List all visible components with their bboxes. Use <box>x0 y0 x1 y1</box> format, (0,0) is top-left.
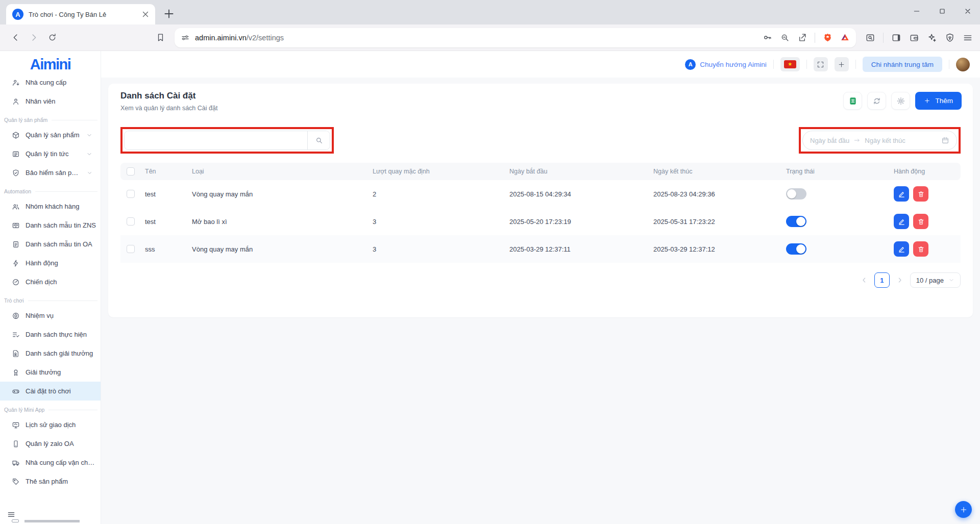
sidebar-item[interactable]: Quản lý tin tức <box>0 144 101 163</box>
sidebar-item[interactable]: Danh sách thực hiện <box>0 325 101 344</box>
menu-icon[interactable] <box>963 33 973 43</box>
reload-button[interactable] <box>44 30 60 46</box>
row-checkbox[interactable] <box>127 217 135 226</box>
export-excel-button[interactable] <box>843 92 862 110</box>
sidebar-item-label: Giải thưởng <box>26 368 61 376</box>
edit-button[interactable] <box>894 241 909 257</box>
sidebar-collapse-button[interactable] <box>6 510 16 519</box>
select-all-checkbox[interactable] <box>127 167 135 176</box>
supplier-icon <box>12 79 20 87</box>
browser-tab[interactable]: A Trò chơi - Công Ty Bán Lẻ <box>6 4 155 24</box>
share-icon[interactable] <box>797 33 807 42</box>
sidebar-item[interactable]: Nhà cung cấp vận chu... <box>0 453 101 472</box>
sidebar-item[interactable]: Cài đặt trò chơi <box>0 382 101 401</box>
status-toggle[interactable] <box>786 188 806 199</box>
password-key-icon[interactable] <box>763 33 772 42</box>
fullscreen-button[interactable] <box>814 57 828 71</box>
search-input[interactable] <box>125 131 307 149</box>
page-number[interactable]: 1 <box>874 272 890 288</box>
status-toggle[interactable] <box>786 243 806 255</box>
sidebar-item[interactable]: Nhiệm vụ <box>0 306 101 325</box>
zoom-out-icon[interactable] <box>780 33 790 42</box>
status-toggle[interactable] <box>786 216 806 227</box>
sidebar-section-label: Quản lý sản phẩm <box>0 111 101 126</box>
sidebar-toggle-icon[interactable] <box>891 33 901 43</box>
game-settings-icon <box>12 387 20 395</box>
sidebar-item[interactable]: Lịch sử giao dịch <box>0 415 101 434</box>
edit-button[interactable] <box>894 186 909 202</box>
col-name: Tên <box>145 163 192 180</box>
search-button[interactable] <box>307 131 330 149</box>
site-settings-icon[interactable] <box>181 33 190 42</box>
vpn-shield-icon[interactable] <box>945 33 955 43</box>
sidebar-item[interactable]: Chiến dịch <box>0 272 101 291</box>
execution-list-icon <box>12 331 20 339</box>
settings-table: Tên Loại Lượt quay mặc định Ngày bắt đầu… <box>120 163 961 263</box>
sidebar-item[interactable]: Hành động <box>0 254 101 272</box>
sidebar-item-label: Nhà cung cấp vận chu... <box>26 459 96 466</box>
branch-button[interactable]: Chi nhánh trung tâm <box>863 57 942 72</box>
page-size-select[interactable]: 10 / page <box>910 272 961 288</box>
sidebar-section-label: Quản lý Mini App <box>0 401 101 415</box>
sidebar-item[interactable]: Giải thưởng <box>0 363 101 382</box>
forward-icon <box>29 33 39 42</box>
news-icon <box>12 150 20 158</box>
bookmark-button[interactable] <box>152 30 168 46</box>
sidebar-item[interactable]: Quản lý sản phẩm <box>0 126 101 144</box>
floating-add-button[interactable] <box>955 501 972 518</box>
back-button[interactable] <box>7 30 23 46</box>
sidebar-item[interactable]: Quản lý zalo OA <box>0 434 101 453</box>
window-minimize-button[interactable] <box>913 7 921 15</box>
delete-button[interactable] <box>913 186 928 202</box>
wallet-icon[interactable] <box>909 33 919 43</box>
row-checkbox[interactable] <box>127 190 135 198</box>
refresh-button[interactable] <box>867 92 886 110</box>
tab-close-icon[interactable] <box>141 10 150 19</box>
delete-button[interactable] <box>913 214 928 229</box>
search-tabs-icon[interactable] <box>865 33 875 43</box>
forward-button[interactable] <box>26 30 42 46</box>
avatar[interactable] <box>956 58 970 71</box>
brave-rewards-icon[interactable] <box>840 33 850 42</box>
sidebar-item[interactable]: Bảo hiểm sản phẩm <box>0 163 101 182</box>
window-maximize-button[interactable] <box>938 7 946 15</box>
sidebar-item-label: Quản lý sản phẩm <box>26 131 80 139</box>
divider <box>855 60 856 69</box>
delete-button[interactable] <box>913 241 928 257</box>
expand-icon <box>817 61 824 68</box>
next-page-button[interactable] <box>896 276 904 284</box>
add-widget-button[interactable] <box>835 57 849 71</box>
language-flag-button[interactable]: ★ <box>780 57 800 71</box>
sidebar-item[interactable]: Danh sách giải thưởng <box>0 344 101 363</box>
favicon: A <box>12 9 23 20</box>
table-row: test Mở bao lì xì 3 2025-05-20 17:23:19 … <box>120 208 961 235</box>
date-range-picker[interactable]: Ngày bắt đầu Ngày kết thúc <box>802 131 957 150</box>
cell-start-date: 2025-03-29 12:37:11 <box>509 235 653 263</box>
prev-page-button[interactable] <box>860 276 868 284</box>
row-checkbox[interactable] <box>127 245 135 253</box>
bookmark-icon <box>156 33 165 42</box>
sidebar-item[interactable]: Nhân viên <box>0 92 101 111</box>
cell-name: test <box>145 208 192 235</box>
sidebar-item[interactable]: Nhóm khách hàng <box>0 197 101 216</box>
column-settings-button[interactable] <box>891 92 910 110</box>
sidebar-item[interactable]: Thẻ sản phẩm <box>0 472 101 491</box>
sidebar-item[interactable]: Nhà cung cấp <box>0 78 101 92</box>
redirect-link[interactable]: A Chuyển hướng Aimini <box>685 59 766 70</box>
new-tab-button[interactable] <box>162 7 176 20</box>
sidebar-item[interactable]: Danh sách mẫu tin ZNS <box>0 216 101 235</box>
cell-type: Mở bao lì xì <box>192 208 373 235</box>
cell-name: test <box>145 180 192 208</box>
url-bar[interactable]: admin.aimini.vn/v2/settings <box>175 28 856 47</box>
brave-shields-icon[interactable] <box>823 33 832 42</box>
sidebar-item[interactable]: Danh sách mẫu tin OA <box>0 235 101 254</box>
leo-ai-icon[interactable] <box>927 33 937 43</box>
window-close-button[interactable] <box>964 7 972 15</box>
url-domain: admin.aimini.vn <box>195 34 247 42</box>
cell-name: sss <box>145 235 192 263</box>
sidebar-item-label: Thẻ sản phẩm <box>26 478 68 485</box>
add-button[interactable]: Thêm <box>915 92 962 110</box>
divider <box>815 33 815 43</box>
edit-button[interactable] <box>894 214 909 229</box>
cell-end-date: 2025-05-31 17:23:22 <box>653 208 786 235</box>
